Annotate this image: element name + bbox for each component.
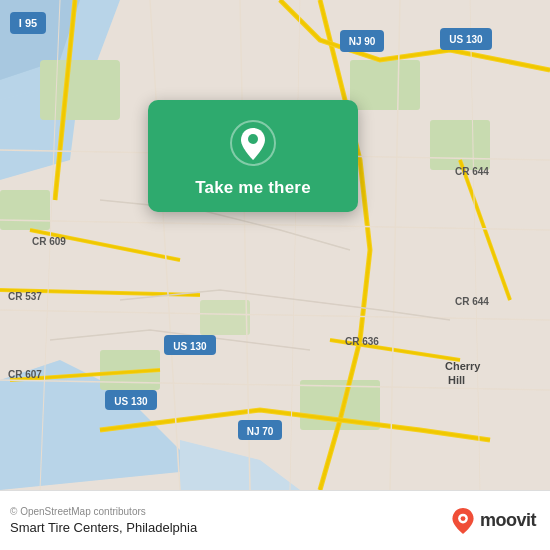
svg-text:CR 644: CR 644 (455, 296, 489, 307)
location-name: Smart Tire Centers, Philadelphia (10, 520, 197, 535)
svg-text:Hill: Hill (448, 374, 465, 386)
take-me-there-card[interactable]: Take me there (148, 100, 358, 212)
svg-text:CR 644: CR 644 (455, 166, 489, 177)
svg-point-58 (248, 134, 258, 144)
svg-text:NJ 70: NJ 70 (247, 426, 274, 437)
map-background: I 95 US 130 NJ 90 130 US 130 US 130 NJ 7… (0, 0, 550, 490)
moovit-pin-icon (450, 508, 476, 534)
svg-rect-7 (0, 190, 50, 230)
svg-text:CR 609: CR 609 (32, 236, 66, 247)
svg-text:US 130: US 130 (449, 34, 483, 45)
moovit-logo: moovit (450, 508, 536, 534)
svg-point-60 (461, 516, 466, 521)
bottom-left: © OpenStreetMap contributors Smart Tire … (10, 506, 197, 535)
svg-rect-12 (200, 300, 250, 335)
svg-rect-8 (350, 60, 420, 110)
svg-text:CR 607: CR 607 (8, 369, 42, 380)
svg-text:I 95: I 95 (19, 17, 37, 29)
map-attribution: © OpenStreetMap contributors (10, 506, 197, 517)
bottom-bar: © OpenStreetMap contributors Smart Tire … (0, 490, 550, 550)
svg-text:US 130: US 130 (173, 341, 207, 352)
take-me-there-label: Take me there (195, 178, 311, 198)
map-container: I 95 US 130 NJ 90 130 US 130 US 130 NJ 7… (0, 0, 550, 490)
svg-text:CR 537: CR 537 (8, 291, 42, 302)
svg-text:CR 636: CR 636 (345, 336, 379, 347)
svg-rect-6 (40, 60, 120, 120)
svg-text:NJ 90: NJ 90 (349, 36, 376, 47)
location-pin-icon (228, 118, 278, 168)
svg-text:US 130: US 130 (114, 396, 148, 407)
moovit-brand-name: moovit (480, 510, 536, 531)
svg-text:Cherry: Cherry (445, 360, 481, 372)
